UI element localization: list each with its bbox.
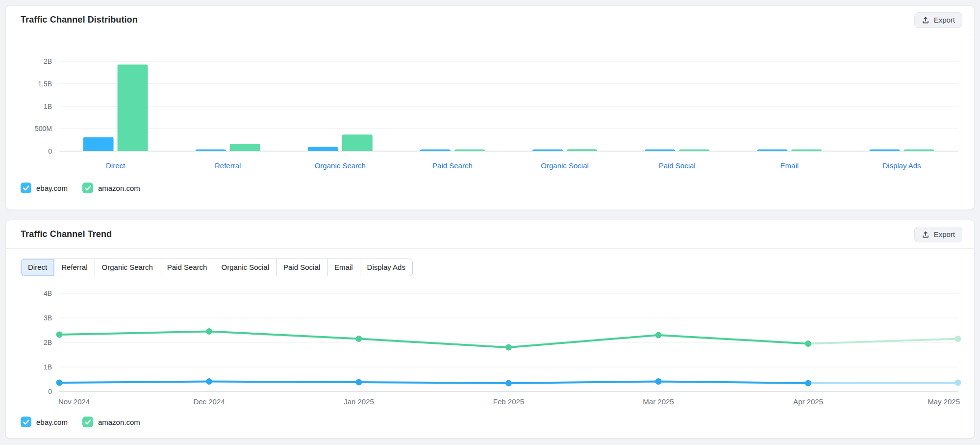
legend-item-ebay-com[interactable]: ebay.com: [21, 417, 68, 427]
checkbox-checked-icon: [82, 417, 93, 427]
tab-direct[interactable]: Direct: [21, 259, 54, 276]
distribution-header: Traffic Channel Distribution Export: [6, 6, 974, 34]
x-tick-label-mar-2025: Mar 2025: [643, 397, 674, 406]
y-tick-label: 1B: [44, 103, 52, 110]
bar-amazon-com-organic-social: [567, 149, 597, 151]
tab-display-ads[interactable]: Display Ads: [360, 259, 412, 276]
checkbox-checked-icon: [21, 183, 31, 193]
distribution-chart-area: 0500M1B1.5B2BDirectReferralOrganic Searc…: [6, 34, 974, 175]
bar-amazon-com-email: [791, 150, 822, 152]
tab-email[interactable]: Email: [327, 259, 360, 276]
y-tick-label: 4B: [44, 289, 52, 297]
tab-organic-search[interactable]: Organic Search: [95, 259, 160, 276]
line-amazon-com: [59, 332, 808, 348]
bar-amazon-com-direct: [118, 64, 148, 151]
legend-label: amazon.com: [98, 418, 140, 426]
line-ebay-com: [59, 382, 808, 384]
x-tick-label-nov-2024: Nov 2024: [58, 397, 90, 406]
bar-amazon-com-paid-search: [454, 150, 485, 152]
line-chart-svg: 01B2B3B4BNov 2024Dec 2024Jan 2025Feb 202…: [18, 284, 962, 408]
line-amazon-com-projected: [808, 339, 958, 344]
point-ebay-com-may-2025: [955, 380, 961, 386]
distribution-legend: ebay.comamazon.com: [6, 175, 974, 193]
y-tick-label: 1B: [44, 363, 52, 371]
point-amazon-com-feb-2025: [505, 344, 512, 351]
bar-ebay-com-paid-search: [420, 150, 451, 152]
legend-label: ebay.com: [36, 418, 68, 426]
y-tick-label: 1.5B: [38, 80, 52, 88]
bar-ebay-com-email: [757, 150, 787, 152]
category-link-paid-search[interactable]: Paid Search: [432, 161, 473, 170]
y-tick-label: 0: [48, 147, 52, 155]
distribution-export-button[interactable]: Export: [914, 12, 962, 28]
y-tick-label: 2B: [44, 57, 52, 65]
trend-header: Traffic Channel Trend Export: [6, 220, 974, 249]
y-tick-label: 2B: [44, 339, 52, 346]
legend-item-amazon-com[interactable]: amazon.com: [82, 417, 140, 427]
x-tick-label-apr-2025: Apr 2025: [793, 397, 823, 406]
trend-channel-tabs: DirectReferralOrganic SearchPaid SearchO…: [21, 259, 413, 276]
legend-label: amazon.com: [98, 184, 140, 192]
bar-ebay-com-organic-search: [308, 147, 338, 151]
point-amazon-com-nov-2024: [56, 332, 63, 338]
export-label: Export: [934, 16, 955, 25]
tab-paid-social[interactable]: Paid Social: [276, 259, 327, 276]
panel-traffic-channel-trend: Traffic Channel Trend Export DirectRefer…: [5, 220, 975, 439]
point-amazon-com-jan-2025: [356, 336, 362, 342]
y-tick-label: 3B: [44, 314, 52, 322]
point-ebay-com-jan-2025: [356, 379, 362, 386]
bar-chart-svg: 0500M1B1.5B2BDirectReferralOrganic Searc…: [18, 40, 962, 173]
point-ebay-com-apr-2025: [805, 380, 811, 387]
point-ebay-com-mar-2025: [655, 378, 662, 385]
category-link-display-ads[interactable]: Display Ads: [882, 161, 921, 170]
bar-ebay-com-organic-social: [532, 150, 563, 152]
x-tick-label-may-2025: May 2025: [928, 397, 960, 406]
legend-label: ebay.com: [36, 184, 68, 192]
bar-amazon-com-display-ads: [904, 150, 934, 152]
point-amazon-com-mar-2025: [655, 332, 662, 339]
bar-ebay-com-display-ads: [869, 150, 900, 152]
legend-item-amazon-com[interactable]: amazon.com: [82, 183, 140, 193]
panel-traffic-channel-distribution: Traffic Channel Distribution Export 0500…: [5, 5, 975, 210]
tab-organic-social[interactable]: Organic Social: [214, 259, 276, 276]
line-ebay-com-projected: [808, 383, 958, 383]
bar-ebay-com-direct: [83, 137, 114, 151]
export-upload-icon: [922, 16, 930, 24]
category-link-direct[interactable]: Direct: [106, 161, 126, 170]
tab-paid-search[interactable]: Paid Search: [160, 259, 215, 276]
category-link-organic-social[interactable]: Organic Social: [541, 161, 589, 170]
traffic-dashboard: Traffic Channel Distribution Export 0500…: [0, 0, 980, 444]
point-ebay-com-dec-2024: [206, 378, 212, 385]
trend-title: Traffic Channel Trend: [21, 229, 112, 239]
legend-item-ebay-com[interactable]: ebay.com: [21, 183, 68, 193]
point-amazon-com-dec-2024: [206, 328, 212, 335]
checkbox-checked-icon: [82, 183, 93, 193]
bar-ebay-com-referral: [196, 150, 226, 152]
y-tick-label: 500M: [35, 125, 52, 132]
tab-referral[interactable]: Referral: [54, 259, 95, 276]
point-amazon-com-may-2025: [955, 336, 961, 342]
bar-amazon-com-paid-social: [679, 150, 709, 152]
trend-export-button[interactable]: Export: [914, 227, 962, 242]
trend-chart-area: 01B2B3B4BNov 2024Dec 2024Jan 2025Feb 202…: [6, 276, 974, 410]
x-tick-label-dec-2024: Dec 2024: [193, 397, 225, 406]
category-link-referral[interactable]: Referral: [215, 161, 241, 170]
export-upload-icon: [922, 231, 930, 238]
point-amazon-com-apr-2025: [805, 340, 811, 347]
category-link-paid-social[interactable]: Paid Social: [659, 161, 696, 170]
export-label: Export: [934, 230, 955, 239]
x-tick-label-jan-2025: Jan 2025: [344, 397, 374, 406]
checkbox-checked-icon: [21, 417, 31, 427]
bar-amazon-com-referral: [230, 144, 260, 151]
bar-ebay-com-paid-social: [645, 150, 675, 152]
distribution-title: Traffic Channel Distribution: [21, 15, 138, 25]
y-tick-label: 0: [48, 388, 52, 395]
point-ebay-com-feb-2025: [505, 380, 512, 387]
trend-legend: ebay.comamazon.com: [6, 410, 974, 427]
point-ebay-com-nov-2024: [56, 380, 63, 386]
category-link-organic-search[interactable]: Organic Search: [315, 161, 366, 170]
category-link-email[interactable]: Email: [780, 161, 799, 170]
x-tick-label-feb-2025: Feb 2025: [493, 397, 524, 406]
bar-amazon-com-organic-search: [342, 134, 373, 151]
